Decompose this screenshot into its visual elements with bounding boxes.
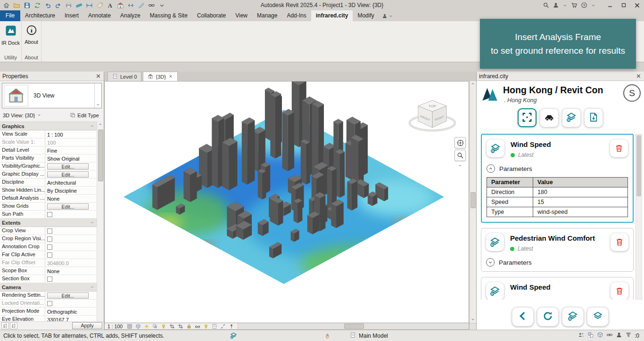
model-canvas[interactable]: TOP FRONT RIGHT [104, 81, 469, 323]
analysis-card-pedestrian-wind-comfort-1[interactable]: Pedestrian Wind ComfortLatestParameters [481, 228, 634, 272]
ribbon-tab-add-ins[interactable]: Add-Ins [282, 10, 311, 21]
property-value[interactable]: Architectural [45, 179, 97, 186]
view-instance-dropdown[interactable]: 3D View: {3D} [2, 113, 67, 118]
property-value[interactable] [45, 243, 97, 251]
viewcube[interactable]: TOP FRONT RIGHT [406, 94, 458, 141]
ribbon-tab-annotate[interactable]: Annotate [83, 10, 116, 21]
tag-by-category-icon[interactable] [95, 0, 105, 10]
parameters-toggle[interactable]: Parameters [487, 164, 628, 173]
shadows-icon[interactable] [151, 323, 158, 329]
view-tab-level-0[interactable]: Level 0 [107, 72, 141, 81]
checkbox[interactable] [47, 236, 52, 242]
zoom-button[interactable] [454, 150, 466, 161]
edit-button[interactable]: Edit... [47, 163, 89, 170]
wind-result-icon[interactable] [487, 139, 504, 157]
ribbon-tab-architecture[interactable]: Architecture [20, 10, 60, 21]
maximize-button[interactable] [617, 0, 630, 10]
type-selector[interactable]: 3D View [2, 83, 102, 108]
open-icon[interactable] [12, 0, 22, 10]
delete-result-button[interactable] [611, 233, 628, 251]
sort-grouping-button[interactable]: AZ [10, 322, 17, 329]
ribbon-tab-infrared-city[interactable]: infrared.city [311, 10, 353, 21]
wind-speed-button[interactable] [587, 307, 609, 326]
section-header-extents[interactable]: Extents [0, 219, 97, 227]
ribbon-tab-file[interactable]: File [0, 10, 20, 21]
close-icon[interactable] [168, 74, 173, 80]
close-button[interactable] [630, 0, 644, 10]
sign-in-user-icon[interactable] [553, 2, 559, 8]
delete-result-button[interactable] [610, 139, 628, 157]
parameter-cell[interactable]: 180 [533, 187, 628, 197]
delete-result-button[interactable] [611, 282, 628, 300]
property-value[interactable]: Orthographic [45, 308, 97, 315]
wind-results-button[interactable] [562, 307, 584, 326]
horizontal-scrollbar[interactable] [238, 323, 469, 329]
property-value[interactable]: None [45, 267, 97, 275]
ribbon-tab-analyze[interactable]: Analyze [116, 10, 145, 21]
view-tab-3d[interactable]: {3D} [143, 72, 177, 81]
ribbon-tab-insert[interactable]: Insert [60, 10, 83, 21]
chevron-down-icon[interactable] [486, 258, 495, 267]
viewcube-top-label[interactable]: TOP [429, 104, 436, 108]
wind-results-button[interactable] [562, 108, 581, 127]
card-list-scrollbar[interactable] [636, 134, 642, 300]
measure-icon[interactable] [74, 0, 84, 10]
property-value[interactable]: Edit... [45, 203, 97, 210]
help-icon[interactable]: ? [581, 2, 587, 8]
parameter-cell[interactable]: wind-speed [533, 207, 628, 217]
crop-view-icon[interactable] [168, 323, 175, 329]
worksets-icon[interactable] [587, 332, 594, 340]
worksharing-icon[interactable] [578, 332, 585, 340]
property-value[interactable] [45, 275, 97, 283]
wind-result-icon[interactable] [486, 282, 504, 300]
aligned-dimension-icon[interactable] [84, 0, 94, 10]
section-header-camera[interactable]: Camera [0, 283, 97, 292]
edit-button[interactable]: Edit... [47, 203, 89, 210]
temporary-view-properties-icon[interactable] [211, 323, 218, 329]
analysis-card-wind-speed-2[interactable]: Wind Speed [481, 277, 634, 300]
manage-links-icon[interactable] [147, 0, 157, 10]
chevron-down-icon[interactable] [562, 3, 568, 8]
apply-button[interactable]: Apply [72, 322, 102, 329]
checkbox[interactable] [47, 301, 52, 306]
checkbox[interactable] [47, 276, 52, 282]
sort-ascending-button[interactable]: AZ [1, 322, 9, 329]
checkbox[interactable] [47, 228, 52, 234]
close-icon[interactable] [95, 73, 101, 79]
redo-icon[interactable] [53, 0, 63, 10]
checkbox[interactable] [47, 244, 52, 250]
show-displacement-icon[interactable] [219, 323, 226, 329]
chevron-up-icon[interactable] [487, 164, 495, 173]
selection-options-icon[interactable] [382, 10, 393, 21]
property-value[interactable]: 100 [45, 138, 97, 146]
property-value[interactable]: Fine [45, 146, 97, 154]
ir-dock-button[interactable]: IR Dock [0, 21, 21, 54]
ribbon-tab-view[interactable]: View [231, 10, 252, 21]
traffic-button[interactable] [540, 108, 559, 127]
steering-wheel-button[interactable] [454, 137, 466, 148]
unlocked-view-icon[interactable] [185, 323, 192, 329]
thin-lines-icon[interactable] [136, 0, 146, 10]
refresh-button[interactable] [537, 307, 559, 326]
sun-path-icon[interactable] [143, 323, 150, 329]
detail-level-icon[interactable] [126, 323, 133, 329]
exclude-icon[interactable] [616, 332, 622, 340]
wind-result-icon[interactable] [486, 233, 504, 251]
ribbon-tab-modify[interactable]: Modify [353, 10, 379, 21]
property-value[interactable] [45, 235, 97, 243]
reveal-constraints-icon[interactable] [228, 323, 235, 329]
chevron-down-icon[interactable] [591, 3, 596, 8]
property-value[interactable] [45, 251, 97, 259]
about-button[interactable]: About [22, 21, 41, 54]
vertical-scrollbar[interactable] [469, 81, 476, 323]
checkbox[interactable] [47, 252, 52, 258]
edit-button[interactable]: Edit... [47, 292, 89, 299]
property-value[interactable]: Edit... [45, 292, 97, 299]
property-value[interactable]: Show Original [45, 154, 97, 162]
section-header-graphics[interactable]: Graphics [0, 122, 97, 130]
links-icon[interactable] [606, 332, 613, 340]
ribbon-tab-collaborate[interactable]: Collaborate [192, 10, 231, 21]
save-icon[interactable] [22, 0, 32, 10]
property-value[interactable] [45, 227, 97, 235]
account-avatar[interactable]: S [623, 84, 641, 102]
